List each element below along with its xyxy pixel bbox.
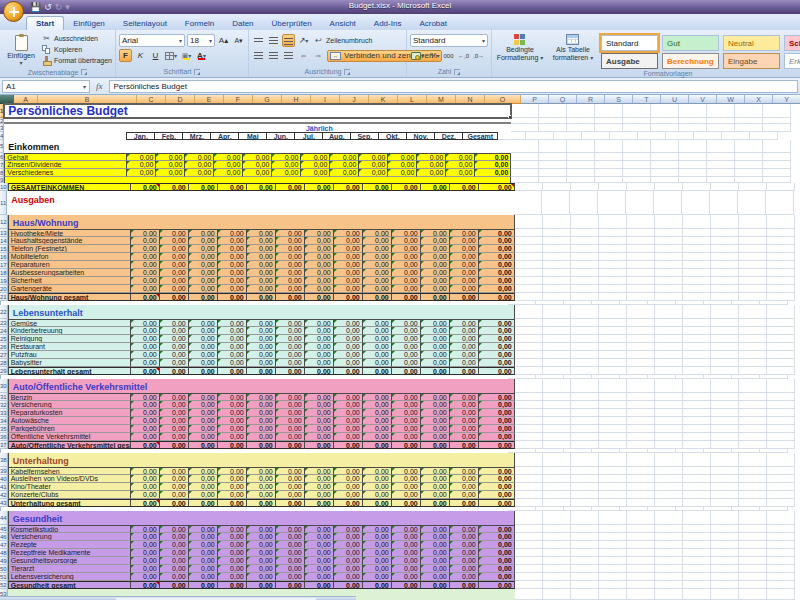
cell[interactable] [767, 475, 795, 483]
value-cell[interactable]: 0,00 [247, 327, 276, 335]
cell[interactable] [711, 327, 739, 335]
cell[interactable] [739, 393, 767, 401]
cell[interactable] [683, 525, 711, 533]
value-cell[interactable]: 0,00 [363, 433, 392, 441]
row-label-cell[interactable]: Kinderbetreuung [8, 327, 131, 335]
cell[interactable] [515, 253, 543, 261]
cell[interactable] [515, 327, 543, 335]
cell[interactable] [571, 215, 599, 229]
value-cell[interactable]: 0,00 [131, 277, 160, 285]
total-cell[interactable]: 0,00 [479, 327, 515, 335]
value-cell[interactable]: 0,00 [160, 359, 189, 367]
value-cell[interactable]: 0,00 [305, 417, 334, 425]
value-cell[interactable]: 0,00 [334, 557, 363, 565]
value-cell[interactable]: 0,00 [330, 153, 359, 161]
cell[interactable] [515, 305, 543, 319]
cell[interactable] [627, 525, 655, 533]
total-cell[interactable]: 0,00 [475, 161, 511, 169]
section-heading-cell[interactable]: Einkommen [4, 140, 511, 153]
cell[interactable] [511, 124, 539, 132]
cell[interactable] [683, 343, 711, 351]
cell[interactable] [543, 581, 571, 589]
value-cell[interactable]: 0,00 [127, 161, 156, 169]
cell[interactable] [543, 525, 571, 533]
cell[interactable] [571, 533, 599, 541]
cell[interactable] [543, 589, 571, 600]
cell[interactable] [655, 285, 683, 293]
value-cell[interactable]: 0,00 [392, 549, 421, 557]
value-cell[interactable]: 0,00 [189, 467, 218, 475]
total-cell[interactable]: 0,00 [479, 433, 515, 441]
cell[interactable] [767, 589, 795, 600]
row-header[interactable]: 46 [0, 533, 8, 541]
cell[interactable] [739, 425, 767, 433]
row-header[interactable]: 39 [0, 467, 8, 475]
cell[interactable] [707, 124, 735, 132]
value-cell[interactable]: 0,00 [247, 351, 276, 359]
cell[interactable] [595, 161, 623, 169]
cell[interactable] [627, 557, 655, 565]
cell[interactable] [599, 491, 627, 499]
value-cell[interactable]: 0,00 [305, 393, 334, 401]
value-cell[interactable]: 0,00 [189, 401, 218, 409]
value-cell[interactable]: 0,00 [363, 183, 392, 191]
value-cell[interactable]: 0,00 [363, 441, 392, 449]
total-cell[interactable]: 0,00 [479, 229, 515, 237]
cell[interactable] [683, 589, 711, 600]
value-cell[interactable]: 0,00 [131, 269, 160, 277]
value-cell[interactable]: 0,00 [276, 499, 305, 507]
cell[interactable] [767, 417, 795, 425]
value-cell[interactable]: 0,00 [185, 153, 214, 161]
cell[interactable] [599, 393, 627, 401]
cell[interactable] [543, 215, 571, 229]
value-cell[interactable]: 0,00 [334, 183, 363, 191]
cell[interactable] [599, 229, 627, 237]
value-cell[interactable]: 0,00 [247, 425, 276, 433]
cell[interactable] [683, 441, 711, 449]
cell[interactable] [498, 132, 526, 140]
cell[interactable] [711, 277, 739, 285]
cell[interactable] [599, 565, 627, 573]
cell[interactable] [655, 533, 683, 541]
cell[interactable] [655, 183, 683, 191]
tab-start[interactable]: Start [26, 16, 64, 30]
style-neutral[interactable]: Neutral [723, 35, 780, 51]
value-cell[interactable]: 0,00 [276, 525, 305, 533]
value-cell[interactable]: 0,00 [131, 253, 160, 261]
value-cell[interactable]: 0,00 [334, 581, 363, 589]
cell[interactable] [651, 153, 679, 161]
cell[interactable] [767, 351, 795, 359]
cell[interactable] [627, 237, 655, 245]
cell[interactable] [651, 161, 679, 169]
cell[interactable] [739, 335, 767, 343]
cell[interactable] [567, 161, 595, 169]
cell[interactable] [655, 565, 683, 573]
row-header[interactable]: 38 [0, 453, 8, 467]
column-header[interactable]: I [311, 95, 340, 104]
cell[interactable] [683, 229, 711, 237]
value-cell[interactable]: 0,00 [131, 261, 160, 269]
value-cell[interactable]: 0,00 [363, 229, 392, 237]
cell[interactable] [571, 573, 599, 581]
cell[interactable] [515, 425, 543, 433]
month-header-cell[interactable]: Nov. [406, 132, 435, 140]
cell[interactable] [722, 132, 750, 140]
cell[interactable] [683, 467, 711, 475]
cell[interactable] [514, 191, 542, 215]
cell[interactable] [627, 379, 655, 393]
row-label-cell[interactable]: Mobiltelefon [8, 253, 131, 261]
cell[interactable] [543, 319, 571, 327]
cell[interactable] [571, 277, 599, 285]
value-cell[interactable]: 0,00 [131, 409, 160, 417]
total-cell[interactable]: 0,00 [479, 573, 515, 581]
value-cell[interactable]: 0,00 [218, 557, 247, 565]
value-cell[interactable]: 0,00 [189, 183, 218, 191]
cell[interactable] [595, 153, 623, 161]
cell[interactable] [539, 124, 567, 132]
value-cell[interactable]: 0,00 [305, 475, 334, 483]
row-header[interactable]: 15 [0, 245, 8, 253]
cell[interactable] [763, 169, 791, 177]
cell[interactable] [655, 581, 683, 589]
cell[interactable] [627, 359, 655, 367]
value-cell[interactable]: 0,00 [392, 441, 421, 449]
